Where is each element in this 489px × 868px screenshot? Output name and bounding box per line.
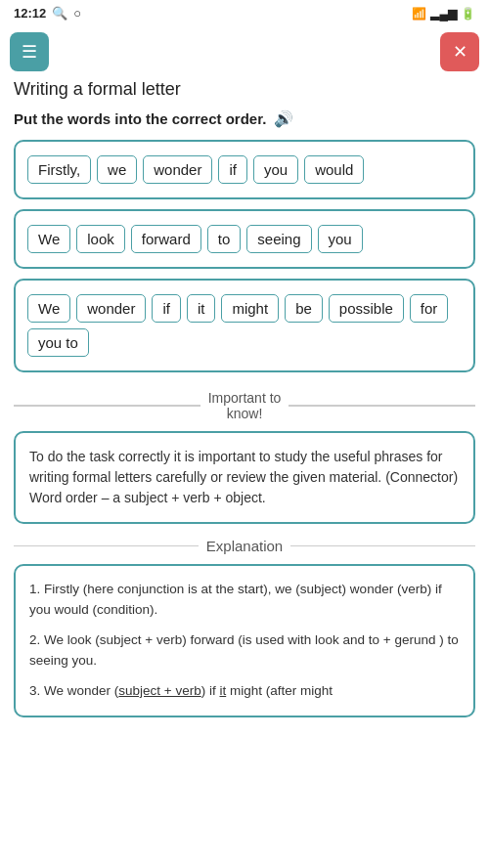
explanation-item-1: 1. Firstly (here conjunction is at the s… <box>29 580 460 621</box>
sentence-box-2: We look forward to seeing you <box>14 209 475 269</box>
word-tile[interactable]: be <box>285 294 323 323</box>
important-line1: Important to <box>208 390 282 406</box>
explanation-section: Explanation <box>14 538 475 554</box>
word-tile[interactable]: wonder <box>76 294 146 323</box>
explanation-box: 1. Firstly (here conjunction is at the s… <box>14 564 475 717</box>
word-tile[interactable]: look <box>76 225 125 253</box>
close-button[interactable]: ✕ <box>440 32 479 71</box>
word-tile[interactable]: We <box>27 294 70 323</box>
word-tiles-1: Firstly, we wonder if you would <box>27 155 462 184</box>
wifi-icon: 📶 <box>412 7 426 21</box>
divider-right <box>289 405 475 407</box>
word-tile[interactable]: you <box>253 155 298 184</box>
search-icon: 🔍 <box>52 6 67 21</box>
explanation-label: Explanation <box>206 538 283 554</box>
word-tile[interactable]: seeing <box>246 225 311 253</box>
important-line2: know! <box>227 406 263 421</box>
explanation-item-2: 2. We look (subject + verb) forward (is … <box>29 630 460 672</box>
word-tile[interactable]: you <box>318 225 363 253</box>
important-label: Important to know! <box>208 390 282 421</box>
word-tile[interactable]: if <box>218 155 247 184</box>
signal-icon: ▂▄▆ <box>430 7 457 21</box>
page-title: Writing a formal letter <box>0 77 489 109</box>
word-tile[interactable]: might <box>221 294 279 323</box>
word-tiles-2: We look forward to seeing you <box>27 225 462 253</box>
word-tile[interactable]: to <box>207 225 242 253</box>
word-tile[interactable]: would <box>304 155 364 184</box>
word-tile[interactable]: We <box>27 225 70 253</box>
explanation-divider-right <box>290 545 475 547</box>
main-content: Put the words into the correct order. 🔊 … <box>0 109 489 717</box>
status-time: 12:12 <box>14 6 46 21</box>
instruction-text: Put the words into the correct order. <box>14 110 266 127</box>
word-tile[interactable]: it <box>187 294 216 323</box>
menu-button[interactable]: ☰ <box>10 32 49 71</box>
speaker-icon[interactable]: 🔊 <box>274 109 293 128</box>
close-icon: ✕ <box>453 41 467 63</box>
sentence-box-3: We wonder if it might be possible for yo… <box>14 279 475 372</box>
explanation-divider-left <box>14 545 199 547</box>
info-text: To do the task correctly it is important… <box>29 449 458 505</box>
menu-icon: ☰ <box>22 41 37 63</box>
word-tile[interactable]: wonder <box>143 155 212 184</box>
important-section: Important to know! <box>14 390 475 421</box>
battery-icon: 🔋 <box>461 7 475 21</box>
word-tile[interactable]: for <box>410 294 449 323</box>
word-tile[interactable]: you to <box>27 328 89 357</box>
word-tile[interactable]: Firstly, <box>27 155 91 184</box>
word-tile[interactable]: possible <box>329 294 404 323</box>
explanation-item-3: 3. We wonder (subject + verb) if it migh… <box>29 681 460 702</box>
word-tile[interactable]: we <box>97 155 137 184</box>
word-tiles-3: We wonder if it might be possible for yo… <box>27 294 462 357</box>
status-bar: 12:12 🔍 ○ 📶 ▂▄▆ 🔋 <box>0 0 489 26</box>
info-box: To do the task correctly it is important… <box>14 431 475 524</box>
circle-icon: ○ <box>73 6 81 21</box>
word-tile[interactable]: if <box>152 294 181 323</box>
top-nav: ☰ ✕ <box>0 26 489 77</box>
divider-left <box>14 405 200 407</box>
word-tile[interactable]: forward <box>131 225 201 253</box>
sentence-box-1: Firstly, we wonder if you would <box>14 140 475 199</box>
instruction-label: Put the words into the correct order. 🔊 <box>14 109 475 128</box>
